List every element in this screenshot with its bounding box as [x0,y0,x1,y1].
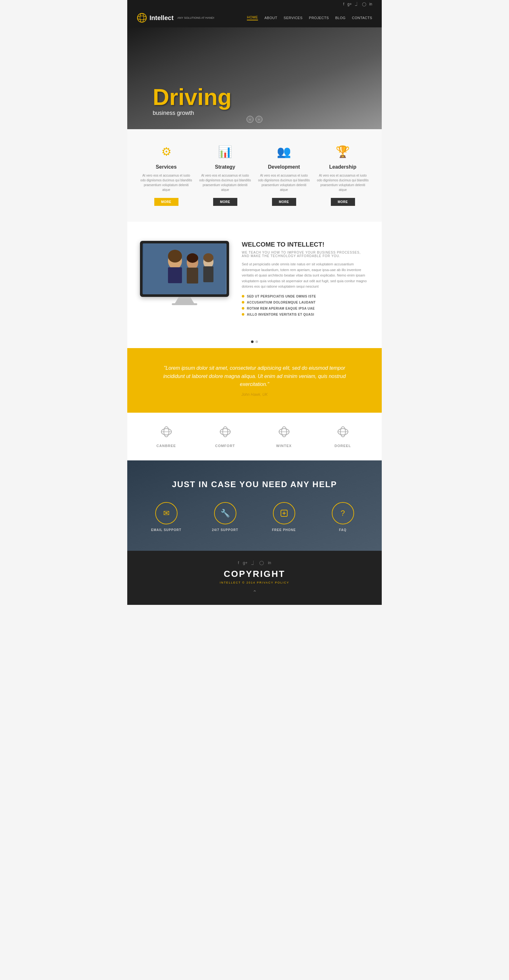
development-more-button[interactable]: MORE [272,198,296,206]
email-support-icon[interactable]: ✉ [155,502,178,524]
hero-section: Driving business growth ‹ › [127,27,382,129]
strategy-desc: At vero eos et accusamus et iusto odo di… [199,173,251,192]
footer-rss-icon[interactable]: ⏌ [251,560,256,565]
linkedin-icon[interactable]: in [369,2,372,6]
footer-brand: INTELLECT [220,581,241,584]
welcome-text: Sed ut perspiciatis unde omnis iste natu… [242,261,369,290]
leadership-desc: At vero eos et accusamus et iusto odo di… [317,173,369,192]
welcome-title: WELCOME TO INTELLECT! [242,241,369,248]
leadership-more-button[interactable]: MORE [331,198,355,206]
feature-services: ⚙ Services At vero eos et accusamus et i… [140,145,192,206]
footer-facebook-icon[interactable]: f [238,560,239,565]
feature-strategy: 📊 Strategy At vero eos et accusamus et i… [199,145,251,206]
wintex-logo-icon [278,425,290,441]
support-247-icon[interactable]: 🔧 [214,502,236,524]
logo: Intellect ANY SOLUTIONS AT HAND! [137,13,215,23]
footer-google-icon[interactable]: g+ [243,560,248,565]
partners-section: CANBREE COMFORT WINTEX [127,413,382,460]
facebook-icon[interactable]: f [343,2,344,6]
footer: f g+ ⏌ ◯ in COPYRIGHT INTELLECT © 2014 P… [127,551,382,605]
hero-next-arrow[interactable]: › [256,116,262,123]
help-email: ✉ EMAIL SUPPORT [140,502,192,532]
dot-1[interactable] [251,340,253,343]
strategy-icon: 📊 [218,145,232,159]
services-more-button[interactable]: MORE [154,198,178,206]
support-247-label: 24/7 SUPPORT [212,528,238,532]
development-icon: 👥 [277,145,291,159]
bullet-text-4: AILLO INVENTORE VERITATIS ET QUASI [247,313,314,316]
wintex-name: WINTEX [276,444,292,448]
strategy-more-button[interactable]: MORE [213,198,237,206]
canbree-logo-icon [160,425,173,441]
welcome-image-area [140,241,229,305]
svg-rect-9 [187,267,198,283]
footer-privacy[interactable]: PRIVACY POLICY [257,581,289,584]
testimonial-section: "Lorem ipsum dolor sit amet, consectetur… [127,348,382,413]
email-support-label: EMAIL SUPPORT [151,528,181,532]
welcome-section: WELCOME TO INTELLECT! WE TEACH YOU HOW T… [127,222,382,336]
help-title: JUST IN CASE YOU NEED ANY HELP [140,479,369,489]
svg-rect-6 [168,267,182,283]
footer-copyright: COPYRIGHT [140,569,369,579]
dot-2[interactable] [256,340,258,343]
footer-year: © 2014 [242,581,256,584]
bullet-dot-4 [242,313,244,316]
monitor-base [172,303,197,305]
nav-contacts[interactable]: CONTACTS [352,16,372,20]
testimonial-author: John Hawk, UK [153,392,356,397]
pinterest-icon[interactable]: ◯ [362,2,366,6]
bullet-list: SED UT PERSPICIATIS UNDE OMNIS ISTE ACCU… [242,294,369,316]
site-name: Intellect [150,14,174,22]
nav-home[interactable]: HOME [247,15,258,21]
svg-point-1 [140,13,144,22]
hero-prev-arrow[interactable]: ‹ [247,116,253,123]
footer-social: f g+ ⏌ ◯ in [140,560,369,565]
help-faq: ? FAQ [317,502,369,532]
help-247: 🔧 24/7 SUPPORT [199,502,251,532]
faq-label: FAQ [339,528,347,532]
feature-development: 👥 Development At vero eos et accusamus e… [258,145,310,206]
help-items: ✉ EMAIL SUPPORT 🔧 24/7 SUPPORT FREE PHON… [140,502,369,532]
faq-icon[interactable]: ? [332,502,354,524]
bullet-item-3: ROTAM REM APERIAM EAQUE IPSA UAE [242,307,369,310]
monitor-screen-content [143,243,226,294]
svg-point-11 [203,253,213,262]
partner-doreel: DOREEL [317,425,369,448]
nav-about[interactable]: ABOUT [264,16,277,20]
canbree-name: CANBREE [156,444,176,448]
hero-title: Driving [153,86,232,108]
bullet-item-2: ACCUSANTIUM DOLOREMQUE LAUDANT [242,301,369,304]
free-phone-icon[interactable] [273,502,295,524]
footer-pinterest-icon[interactable]: ◯ [259,560,264,565]
google-plus-icon[interactable]: g+ [347,2,352,6]
doreel-logo-icon [337,425,349,441]
hero-controls: ‹ › [247,116,262,123]
monitor-screen [143,243,226,294]
monitor-stand [175,297,194,303]
rss-icon[interactable]: ⏌ [355,2,359,6]
svg-point-0 [137,13,146,22]
development-title: Development [268,164,300,170]
free-phone-label: FREE PHONE [272,528,296,532]
services-icon: ⚙ [161,145,172,159]
testimonial-text: "Lorem ipsum dolor sit amet, consectetur… [153,364,356,388]
footer-linkedin-icon[interactable]: in [268,560,271,565]
nav-blog[interactable]: BLOG [335,16,346,20]
svg-point-8 [187,253,198,263]
welcome-content: WELCOME TO INTELLECT! WE TEACH YOU HOW T… [242,241,369,316]
nav-projects[interactable]: PROJECTS [309,16,329,20]
comfort-name: COMFORT [215,444,235,448]
bullet-dot-2 [242,301,244,304]
header-social-bar: f g+ ⏌ ◯ in [127,0,382,8]
services-desc: At vero eos et accusamus et iusto odo di… [140,173,192,192]
nav-services[interactable]: SERVICES [284,16,302,20]
feature-leadership: 🏆 Leadership At vero eos et accusamus et… [317,145,369,206]
bullet-item-4: AILLO INVENTORE VERITATIS ET QUASI [242,313,369,316]
svg-rect-12 [203,266,213,282]
hero-content: Driving business growth [127,86,232,116]
site-tagline: ANY SOLUTIONS AT HAND! [178,16,215,19]
partner-canbree: CANBREE [140,425,192,448]
back-to-top-button[interactable]: ⌃ [140,589,369,595]
leadership-title: Leadership [329,164,356,170]
services-title: Services [156,164,177,170]
